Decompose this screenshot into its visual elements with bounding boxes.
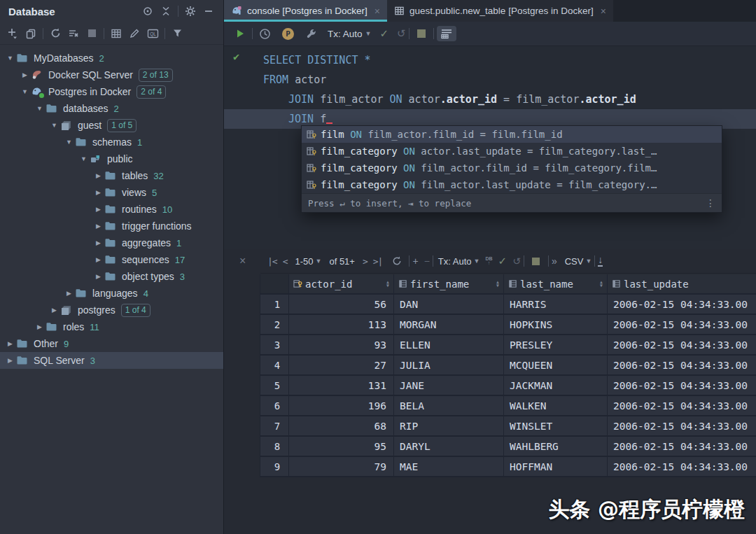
- tree-item[interactable]: ▶ trigger functions: [0, 218, 223, 234]
- tree-item[interactable]: ▶ postgres 1 of 4: [0, 302, 223, 318]
- forward-engineer-icon[interactable]: [64, 25, 83, 42]
- export-format-label[interactable]: CSV: [565, 256, 584, 267]
- last-update-cell[interactable]: 2006-02-15 04:34:33.00: [608, 396, 756, 416]
- tab-new-table[interactable]: guest.public.new_table [Postgres in Dock…: [387, 0, 613, 22]
- last-update-cell[interactable]: 2006-02-15 04:34:33.00: [608, 416, 756, 437]
- reload-icon[interactable]: [388, 253, 406, 269]
- first-name-cell[interactable]: DARYL: [394, 437, 504, 457]
- tree-chevron-icon[interactable]: ▼: [19, 88, 31, 95]
- first-name-cell[interactable]: MORGAN: [394, 315, 504, 335]
- tree-item[interactable]: ▶ views 5: [0, 184, 223, 201]
- last-update-cell[interactable]: 2006-02-15 04:34:33.00: [608, 376, 756, 396]
- row-number-cell[interactable]: 8: [260, 437, 289, 457]
- first-name-cell[interactable]: MAE: [394, 457, 504, 477]
- last-name-cell[interactable]: PRESLEY: [504, 335, 608, 356]
- actor-id-cell[interactable]: 95: [289, 437, 394, 457]
- completion-item[interactable]: film_category ON film_actor.film_id = fi…: [302, 160, 722, 176]
- tree-chevron-icon[interactable]: ▼: [63, 139, 75, 146]
- filter-icon[interactable]: [168, 25, 186, 42]
- actor-id-cell[interactable]: 68: [289, 416, 394, 437]
- last-name-cell[interactable]: HOPKINS: [504, 315, 608, 335]
- last-update-cell[interactable]: 2006-02-15 04:34:33.00: [608, 457, 756, 477]
- row-number-cell[interactable]: 3: [260, 335, 289, 356]
- tree-chevron-icon[interactable]: ▶: [92, 239, 104, 246]
- tree-item[interactable]: ▼ public: [0, 150, 223, 167]
- toggle-results-view-button[interactable]: [437, 26, 456, 41]
- completion-item[interactable]: film_category ON actor.last_update = fil…: [302, 143, 722, 160]
- column-header-first-name[interactable]: first_name ▲▼: [394, 274, 504, 295]
- sort-icon[interactable]: ▲▼: [600, 281, 603, 288]
- tree-chevron-icon[interactable]: ▶: [63, 290, 75, 297]
- actor-id-cell[interactable]: 93: [289, 335, 394, 356]
- edit-pencil-icon[interactable]: [125, 25, 144, 42]
- last-name-cell[interactable]: WAHLBERG: [504, 437, 608, 457]
- tree-item[interactable]: ▶ aggregates 1: [0, 234, 223, 251]
- tree-chevron-icon[interactable]: ▼: [4, 55, 16, 62]
- row-number-header[interactable]: [260, 274, 289, 295]
- settings-gear-icon[interactable]: [181, 3, 200, 20]
- tree-item[interactable]: ▶ sequences 17: [0, 251, 223, 268]
- row-number-cell[interactable]: 7: [260, 416, 289, 437]
- column-header-last-update[interactable]: last_update: [608, 274, 756, 295]
- locate-icon[interactable]: [139, 3, 157, 20]
- tree-chevron-icon[interactable]: ▶: [92, 206, 104, 213]
- first-name-cell[interactable]: ELLEN: [394, 335, 504, 356]
- tree-item[interactable]: ▶ object types 3: [0, 268, 223, 285]
- completion-item[interactable]: film_category ON film_actor.last_update …: [302, 176, 722, 193]
- export-download-icon[interactable]: ↓: [598, 255, 603, 267]
- sort-icon[interactable]: ▲▼: [496, 281, 499, 288]
- last-page-icon[interactable]: >|: [373, 256, 383, 267]
- tree-item[interactable]: ▶ Docker SQL Server 2 of 13: [0, 66, 223, 83]
- tx-mode-label[interactable]: Tx: Auto: [328, 29, 363, 39]
- last-name-cell[interactable]: WINSLET: [504, 416, 608, 437]
- row-number-cell[interactable]: 4: [260, 356, 289, 376]
- tree-item[interactable]: ▼ schemas 1: [0, 134, 223, 150]
- tree-item[interactable]: ▶ roles 11: [0, 318, 223, 335]
- tree-item[interactable]: ▶ routines 10: [0, 201, 223, 218]
- table-view-icon[interactable]: [107, 25, 125, 42]
- history-clock-icon[interactable]: [255, 25, 274, 42]
- page-range-label[interactable]: 1-50: [295, 256, 313, 267]
- tree-chevron-icon[interactable]: ▼: [34, 105, 46, 112]
- completion-item[interactable]: film ON film_actor.film_id = film.film_i…: [302, 126, 722, 143]
- actor-id-cell[interactable]: 79: [289, 457, 394, 477]
- chevron-down-icon[interactable]: ▼: [316, 258, 322, 265]
- sql-editor[interactable]: ✔ SELECT DISTINCT * FROM actor JOIN film…: [224, 46, 756, 249]
- first-name-cell[interactable]: RIP: [394, 416, 504, 437]
- tree-chevron-icon[interactable]: ▶: [48, 307, 60, 314]
- tab-console[interactable]: console [Postgres in Docker] ×: [224, 0, 387, 22]
- row-number-cell[interactable]: 6: [260, 396, 289, 416]
- tree-item[interactable]: ▼ Postgres in Docker 2 of 4: [0, 83, 223, 100]
- tree-chevron-icon[interactable]: ▶: [4, 340, 16, 347]
- tree-chevron-icon[interactable]: ▼: [48, 122, 60, 129]
- refresh-icon[interactable]: [46, 25, 64, 42]
- last-name-cell[interactable]: HOFFMAN: [504, 457, 608, 477]
- tree-chevron-icon[interactable]: ▼: [78, 155, 90, 162]
- tree-item[interactable]: ▶ languages 4: [0, 285, 223, 302]
- chevron-down-icon[interactable]: ▼: [365, 30, 372, 37]
- hide-panel-icon[interactable]: [200, 3, 218, 20]
- actor-id-cell[interactable]: 131: [289, 376, 394, 396]
- row-number-cell[interactable]: 9: [260, 457, 289, 477]
- column-header-actor-id[interactable]: actor_id ▲▼: [289, 274, 394, 295]
- last-name-cell[interactable]: HARRIS: [504, 295, 608, 315]
- close-results-icon[interactable]: ×: [239, 255, 246, 267]
- last-update-cell[interactable]: 2006-02-15 04:34:33.00: [608, 437, 756, 457]
- first-name-cell[interactable]: DAN: [394, 295, 504, 315]
- tree-item[interactable]: ▶ tables 32: [0, 167, 223, 184]
- last-update-cell[interactable]: 2006-02-15 04:34:33.00: [608, 335, 756, 356]
- collapse-all-icon[interactable]: [157, 3, 175, 20]
- actor-id-cell[interactable]: 56: [289, 295, 394, 315]
- last-update-cell[interactable]: 2006-02-15 04:34:33.00: [608, 356, 756, 376]
- more-options-icon[interactable]: ⋮: [706, 197, 715, 209]
- tree-item[interactable]: ▶ Other 9: [0, 335, 223, 352]
- last-name-cell[interactable]: MCQUEEN: [504, 356, 608, 376]
- more-actions-icon[interactable]: »: [552, 255, 557, 267]
- close-tab-icon[interactable]: ×: [601, 6, 606, 17]
- actor-id-cell[interactable]: 27: [289, 356, 394, 376]
- row-number-cell[interactable]: 1: [260, 295, 289, 315]
- tree-chevron-icon[interactable]: ▶: [92, 189, 104, 196]
- last-update-cell[interactable]: 2006-02-15 04:34:33.00: [608, 295, 756, 315]
- close-tab-icon[interactable]: ×: [374, 6, 380, 17]
- add-row-icon[interactable]: +: [412, 255, 418, 267]
